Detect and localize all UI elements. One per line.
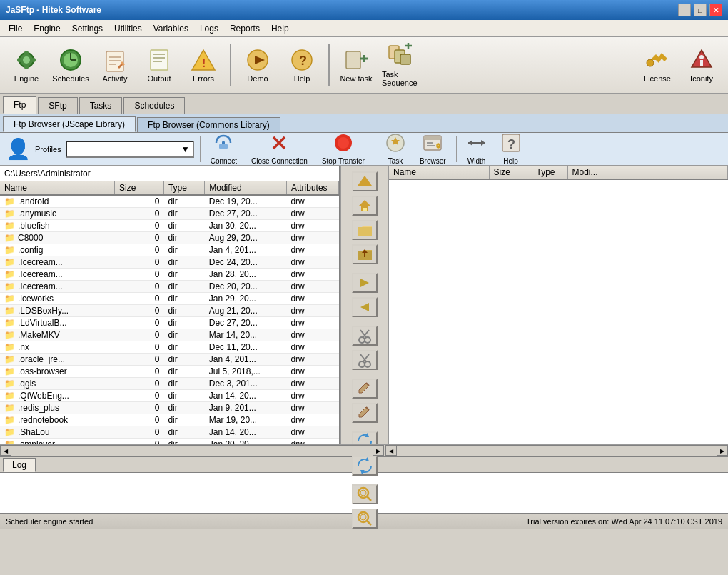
table-row[interactable]: 📁.MakeMKV 0 dir Mar 14, 20... drw [0, 329, 339, 341]
menu-utilities[interactable]: Utilities [108, 22, 148, 35]
table-row[interactable]: 📁.ShaLou 0 dir Jan 14, 20... drw [0, 426, 339, 439]
toolbar-newtask-button[interactable]: New task [335, 40, 377, 90]
folder-icon: 📁 [4, 439, 15, 444]
table-row[interactable]: 📁.oss-browser 0 dir Jul 5, 2018,... drw [0, 366, 339, 378]
table-row[interactable]: 📁.iceworks 0 dir Jan 29, 20... drw [0, 293, 339, 305]
transfer-left-button[interactable] [352, 297, 378, 317]
menu-logs[interactable]: Logs [194, 22, 224, 35]
toolbar-schedules-button[interactable]: Schedules [50, 40, 91, 90]
maximize-button[interactable]: □ [694, 4, 707, 16]
tab-schedules[interactable]: Schedules [123, 97, 185, 114]
table-row[interactable]: 📁.android 0 dir Dec 19, 20... drw [0, 195, 339, 208]
hscroll-right-btn-right[interactable]: ▶ [717, 446, 728, 456]
toolbar-help-button[interactable]: ? Help [281, 40, 323, 90]
tasksequence-icon [388, 43, 413, 69]
menu-help[interactable]: Help [266, 22, 295, 35]
hscroll-track-right[interactable] [397, 446, 717, 455]
menu-engine[interactable]: Engine [28, 22, 66, 35]
ftp-help-button[interactable]: ? Help [497, 131, 525, 166]
toolbar-engine-button[interactable]: Engine [6, 40, 47, 90]
table-row[interactable]: 📁.Icecream... 0 dir Dec 24, 20... drw [0, 256, 339, 269]
ftp-connect-button[interactable]: Connect [206, 131, 241, 166]
toolbar-errors-button[interactable]: ! Errors [183, 40, 224, 90]
hscroll-right-btn[interactable]: ▶ [373, 446, 384, 456]
table-row[interactable]: 📁C8000 0 dir Aug 29, 20... drw [0, 232, 339, 244]
col-header-modified[interactable]: Modified [205, 181, 287, 195]
col-header-attr[interactable]: Attributes [286, 181, 338, 195]
right-col-header-modi[interactable]: Modi... [567, 166, 728, 179]
menu-file[interactable]: File [3, 22, 28, 35]
edit-right-button[interactable] [352, 403, 378, 423]
table-row[interactable]: 📁.bluefish 0 dir Jan 30, 20... drw [0, 220, 339, 232]
toolbar-tasksequence-button[interactable]: Task Sequence [380, 40, 421, 90]
refresh-right-button[interactable] [352, 456, 378, 476]
cut-button[interactable] [352, 326, 378, 346]
right-col-header-size[interactable]: Size [489, 166, 532, 179]
svg-point-59 [359, 337, 365, 343]
stop-transfer-icon [333, 133, 353, 156]
nav-folder-left-button[interactable] [352, 220, 378, 240]
file-list[interactable]: Name Size Type Modified Attributes 📁.and… [0, 181, 339, 444]
table-row[interactable]: 📁.anymusic 0 dir Dec 27, 20... drw [0, 208, 339, 220]
hscroll-left-btn-right[interactable]: ◀ [385, 446, 397, 456]
minimize-button[interactable]: _ [678, 4, 691, 16]
toolbar: Engine Schedules Activity [0, 37, 728, 94]
table-row[interactable]: 📁.smplayer 0 dir Jan 30, 20... drw [0, 439, 339, 445]
nav-up-left-button[interactable] [352, 171, 378, 191]
toolbar-license-button[interactable]: License [637, 40, 678, 90]
hscroll-track-left[interactable] [11, 446, 373, 455]
svg-point-61 [359, 361, 365, 367]
table-row[interactable]: 📁.redis_plus 0 dir Jan 9, 201... drw [0, 402, 339, 414]
ftp-width-button[interactable]: Width [462, 131, 491, 166]
search-left-button[interactable] [352, 484, 378, 504]
table-row[interactable]: 📁.LdVirtualB... 0 dir Dec 27, 20... drw [0, 317, 339, 329]
col-header-size[interactable]: Size [115, 181, 164, 195]
toolbar-demo-button[interactable]: Demo [237, 40, 278, 90]
table-row[interactable]: 📁.oracle_jre... 0 dir Jan 4, 201... drw [0, 354, 339, 366]
ftp-task-button[interactable]: Task [381, 131, 410, 166]
right-col-header-type[interactable]: Type [532, 166, 567, 179]
close-button[interactable]: ✕ [709, 4, 722, 16]
nav-home-left-button[interactable] [352, 196, 378, 216]
table-row[interactable]: 📁.QtWebEng... 0 dir Jan 14, 20... drw [0, 390, 339, 402]
tab-ftp-jscape[interactable]: Ftp Browser (JScape Library) [3, 116, 136, 132]
ftp-stop-transfer-button[interactable]: Stop Transfer [318, 131, 369, 166]
status-left: Scheduler engine started [6, 517, 93, 526]
tab-tasks[interactable]: Tasks [79, 97, 123, 114]
menu-variables[interactable]: Variables [148, 22, 194, 35]
col-header-type[interactable]: Type [163, 181, 204, 195]
log-tab-button[interactable]: Log [3, 458, 36, 472]
tab-ftp[interactable]: Ftp [3, 96, 36, 114]
right-col-header-name[interactable]: Name [389, 166, 489, 179]
menu-reports[interactable]: Reports [224, 22, 266, 35]
tab-sftp[interactable]: SFtp [38, 97, 77, 114]
cut-right-button[interactable] [352, 350, 378, 370]
file-type: dir [163, 439, 204, 445]
file-type: dir [163, 293, 204, 305]
search-right-button[interactable] [352, 509, 378, 529]
nav-upload-button[interactable] [352, 244, 378, 264]
table-row[interactable]: 📁.Icecream... 0 dir Dec 20, 20... drw [0, 281, 339, 293]
edit-button[interactable] [352, 379, 378, 399]
toolbar-iconify-button[interactable]: Iconify [681, 40, 722, 90]
table-row[interactable]: 📁.rednotebook 0 dir Mar 19, 20... drw [0, 414, 339, 426]
table-row[interactable]: 📁.config 0 dir Jan 4, 201... drw [0, 244, 339, 256]
table-row[interactable]: 📁.LDSBoxHy... 0 dir Aug 21, 20... drw [0, 305, 339, 317]
toolbar-output-button[interactable]: Output [138, 40, 180, 90]
menu-settings[interactable]: Settings [66, 22, 108, 35]
profile-dropdown[interactable]: ▼ [66, 141, 194, 158]
col-header-name[interactable]: Name [0, 181, 115, 195]
table-row[interactable]: 📁.nx 0 dir Dec 11, 20... drw [0, 341, 339, 354]
toolbar-activity-button[interactable]: Activity [94, 40, 136, 90]
file-name: 📁.bluefish [0, 220, 115, 232]
ftp-browser-button[interactable]: Browser [415, 131, 450, 166]
table-row[interactable]: 📁.Icecream... 0 dir Jan 28, 20... drw [0, 269, 339, 281]
hscroll-left-btn[interactable]: ◀ [0, 446, 11, 456]
title-text: JaSFtp - Hitek Software [6, 5, 101, 15]
ftp-close-connection-button[interactable]: Close Connection [247, 131, 312, 166]
table-row[interactable]: 📁.qgis 0 dir Dec 3, 201... drw [0, 378, 339, 390]
folder-icon: 📁 [4, 245, 15, 255]
right-file-list[interactable]: Name Size Type Modi... [389, 166, 728, 444]
tab-ftp-commons[interactable]: Ftp Browser (Commons Library) [137, 117, 280, 132]
transfer-right-button[interactable] [352, 273, 378, 293]
